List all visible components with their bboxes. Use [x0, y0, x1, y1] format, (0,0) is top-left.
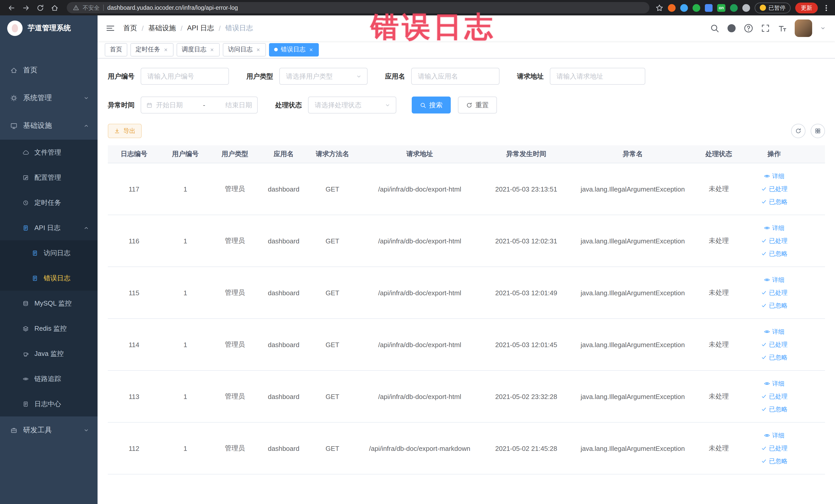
breadcrumb-item[interactable]: 基础设施	[148, 24, 176, 33]
coffee-cup-icon	[23, 350, 29, 357]
clock-icon	[23, 200, 29, 206]
sidebar-item-dev-tools[interactable]: 研发工具	[0, 417, 98, 444]
extension-icon[interactable]	[705, 4, 713, 12]
error-log-table: 日志编号 用户编号 用户类型 应用名 请求方法名 请求地址 异常发生时间 异常名…	[108, 145, 825, 475]
close-icon[interactable]	[256, 47, 261, 52]
ignore-link[interactable]: 已忽略	[761, 353, 788, 362]
help-icon[interactable]	[744, 24, 753, 33]
tab-home[interactable]: 首页	[105, 43, 127, 56]
close-icon[interactable]	[163, 47, 168, 52]
tab-error-log[interactable]: 错误日志	[269, 43, 319, 56]
extension-icon[interactable]	[680, 4, 688, 12]
sidebar-item-tracing[interactable]: 链路追踪	[0, 366, 98, 391]
extension-icon[interactable]	[668, 4, 676, 12]
processed-link[interactable]: 已处理	[761, 340, 788, 349]
security-label: 不安全	[83, 4, 100, 12]
processed-link[interactable]: 已处理	[761, 237, 788, 245]
ignore-link[interactable]: 已忽略	[761, 198, 788, 206]
close-icon[interactable]	[209, 47, 215, 52]
breadcrumb-separator: /	[181, 24, 183, 32]
reset-button[interactable]: 重置	[458, 97, 497, 114]
edit-icon	[23, 174, 29, 181]
sidebar-item-file-mgmt[interactable]: 文件管理	[0, 140, 98, 165]
app-name-input[interactable]	[411, 68, 500, 85]
back-icon[interactable]	[5, 2, 18, 14]
status-select[interactable]: 请选择处理状态	[308, 97, 396, 114]
breadcrumb-item[interactable]: 首页	[123, 24, 137, 33]
column-header: 异常名	[570, 149, 696, 159]
sidebar-item-system[interactable]: 系统管理	[0, 84, 98, 112]
close-icon[interactable]	[308, 47, 314, 52]
reload-icon[interactable]	[34, 2, 46, 14]
filter-row-2: 异常时间 开始日期 - 结束日期 处理状态 请选择处理状态 搜索	[108, 97, 825, 114]
extension-icon[interactable]	[730, 4, 738, 12]
detail-link[interactable]: 详细	[764, 379, 785, 388]
sidebar-item-redis-monitor[interactable]: Redis 监控	[0, 316, 98, 341]
not-secure-icon	[73, 5, 79, 11]
sidebar-item-config-mgmt[interactable]: 配置管理	[0, 165, 98, 190]
sidebar-item-access-log[interactable]: 访问日志	[0, 240, 98, 265]
detail-link[interactable]: 详细	[764, 431, 785, 440]
sidebar-toggle-button[interactable]	[98, 15, 123, 41]
sidebar-item-java-monitor[interactable]: Java 监控	[0, 341, 98, 366]
search-button[interactable]: 搜索	[412, 97, 451, 114]
chevron-down-icon	[356, 73, 362, 79]
ignore-link[interactable]: 已忽略	[761, 301, 788, 310]
sidebar-item-error-log[interactable]: 错误日志	[0, 265, 98, 291]
sidebar-item-scheduled-tasks[interactable]: 定时任务	[0, 190, 98, 215]
request-url-input[interactable]	[550, 68, 645, 85]
refresh-button[interactable]	[791, 124, 806, 138]
error-time-range-picker[interactable]: 开始日期 - 结束日期	[141, 97, 258, 114]
user-type-select[interactable]: 请选择用户类型	[279, 68, 368, 85]
font-size-icon[interactable]	[778, 24, 787, 33]
detail-link[interactable]: 详细	[764, 327, 785, 336]
address-bar[interactable]: 不安全 dashboard.yudao.iocoder.cn/infra/log…	[67, 2, 649, 13]
github-icon[interactable]	[727, 24, 736, 33]
sidebar-item-api-log[interactable]: API 日志	[0, 215, 98, 240]
export-button[interactable]: 导出	[108, 124, 142, 138]
user-id-input[interactable]	[141, 68, 229, 85]
check-icon	[761, 238, 767, 244]
ignore-link[interactable]: 已忽略	[761, 249, 788, 258]
ignore-link[interactable]: 已忽略	[761, 457, 788, 465]
extension-icon[interactable]	[742, 4, 750, 12]
eye-icon	[764, 432, 770, 439]
ignore-link[interactable]: 已忽略	[761, 405, 788, 414]
forward-icon[interactable]	[20, 2, 32, 14]
tab-dispatch-log[interactable]: 调度日志	[177, 43, 220, 56]
extension-on-badge[interactable]: on	[717, 4, 726, 12]
bookmark-star-icon[interactable]	[656, 4, 663, 12]
fullscreen-icon[interactable]	[761, 24, 770, 33]
processed-link[interactable]: 已处理	[761, 288, 788, 297]
column-header: 请求地址	[357, 149, 483, 159]
sidebar-item-log-center[interactable]: 日志中心	[0, 391, 98, 417]
browser-chrome: 不安全 dashboard.yudao.iocoder.cn/infra/log…	[0, 0, 835, 15]
sidebar: 芋道管理系统 首页 系统管理 基础设施 文件管理	[0, 15, 98, 504]
menu-kebab-icon[interactable]	[822, 4, 830, 12]
sidebar-item-home[interactable]: 首页	[0, 57, 98, 84]
column-settings-button[interactable]	[811, 124, 825, 138]
sidebar-item-mysql-monitor[interactable]: MySQL 监控	[0, 291, 98, 316]
extension-icon[interactable]	[693, 4, 700, 12]
search-icon[interactable]	[710, 24, 719, 33]
detail-link[interactable]: 详细	[764, 224, 785, 233]
processed-link[interactable]: 已处理	[761, 444, 788, 452]
chevron-down-icon[interactable]	[820, 25, 826, 31]
update-chip[interactable]: 更新	[795, 2, 818, 13]
breadcrumb-item[interactable]: API 日志	[187, 24, 214, 33]
tab-access-log[interactable]: 访问日志	[223, 43, 266, 56]
detail-link[interactable]: 详细	[764, 276, 785, 284]
detail-link[interactable]: 详细	[764, 172, 785, 181]
column-header: 操作	[742, 149, 825, 159]
tab-scheduled-tasks[interactable]: 定时任务	[130, 43, 174, 56]
check-icon	[761, 199, 767, 205]
sidebar-item-infra[interactable]: 基础设施	[0, 112, 98, 140]
database-icon	[23, 300, 29, 306]
paused-chip[interactable]: 已暂停	[755, 2, 791, 13]
home-icon[interactable]	[48, 2, 61, 14]
request-url-label: 请求地址	[517, 72, 544, 81]
avatar[interactable]	[795, 20, 812, 37]
processed-link[interactable]: 已处理	[761, 185, 788, 193]
processed-link[interactable]: 已处理	[761, 392, 788, 401]
error-time-label: 异常时间	[108, 100, 135, 109]
